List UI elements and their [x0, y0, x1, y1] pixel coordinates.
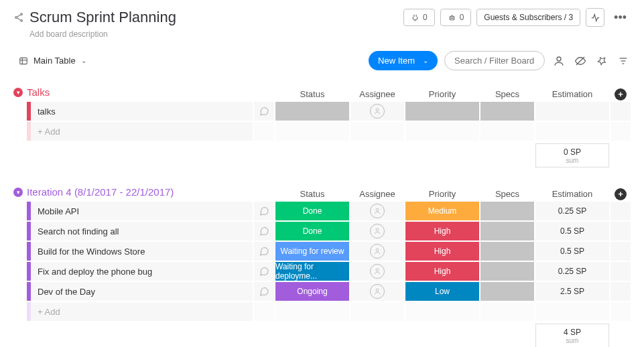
add-item-label[interactable]: + Add — [31, 302, 253, 321]
specs-cell[interactable] — [480, 222, 534, 240]
chat-icon[interactable] — [254, 222, 274, 240]
row-end — [610, 262, 631, 281]
page-title: Scrum Sprint Planning — [29, 9, 176, 26]
column-header: Specs — [480, 86, 534, 102]
assignee-cell[interactable] — [350, 262, 404, 281]
chat-icon[interactable] — [254, 262, 274, 281]
table-row[interactable]: talks — [13, 102, 631, 121]
item-name[interactable]: Dev of the Day — [31, 282, 253, 301]
search-input[interactable] — [444, 51, 545, 70]
sum-value: 0 SP — [564, 147, 581, 157]
group-title[interactable]: Talks — [27, 86, 50, 98]
group-title[interactable]: Iteration 4 (8/1/2017 - 22/1/2017) — [27, 186, 174, 198]
chat-icon[interactable] — [254, 102, 274, 121]
group-collapse-icon[interactable]: ▾ — [13, 88, 23, 97]
integrations-plug[interactable]: 0 — [403, 9, 435, 26]
item-name[interactable]: Build for the Windows Store — [31, 242, 253, 261]
guests-subscribers[interactable]: Guests & Subscribers / 3 — [476, 9, 580, 26]
board-description[interactable]: Add board description — [29, 29, 631, 39]
specs-cell[interactable] — [480, 202, 534, 220]
sum-label: sum — [566, 157, 579, 164]
new-item-label: New Item — [378, 56, 415, 66]
estimation-cell[interactable]: 0.25 SP — [535, 262, 609, 281]
person-icon — [370, 244, 385, 259]
chat-icon[interactable] — [254, 242, 274, 261]
specs-cell[interactable] — [480, 282, 534, 301]
svg-point-2 — [21, 19, 23, 21]
robot-count: 0 — [460, 13, 464, 22]
row-end — [610, 222, 631, 240]
group-collapse-icon[interactable]: ▾ — [13, 188, 23, 197]
column-header: Status — [275, 86, 349, 102]
pin-icon[interactable] — [594, 54, 609, 68]
status-cell[interactable]: Waiting for deployme... — [275, 262, 349, 281]
add-item-row[interactable]: + Add — [13, 122, 631, 141]
priority-cell[interactable]: Low — [405, 282, 479, 301]
status-cell[interactable] — [275, 102, 349, 121]
assignee-cell[interactable] — [350, 222, 404, 240]
table-icon — [19, 56, 28, 66]
add-item-label[interactable]: + Add — [31, 122, 253, 141]
svg-point-17 — [376, 109, 379, 111]
estimation-cell[interactable]: 0.5 SP — [535, 242, 609, 261]
automations[interactable]: 0 — [440, 9, 472, 26]
column-header: Priority — [405, 86, 479, 102]
specs-cell[interactable] — [480, 242, 534, 261]
specs-cell[interactable] — [480, 102, 534, 121]
svg-point-7 — [452, 17, 453, 18]
assignee-cell[interactable] — [350, 102, 404, 121]
add-item-row[interactable]: + Add — [13, 302, 631, 321]
assignee-cell[interactable] — [350, 202, 404, 220]
status-cell[interactable]: Done — [275, 202, 349, 220]
new-item-button[interactable]: New Item ⌄ — [369, 51, 438, 70]
specs-cell[interactable] — [480, 262, 534, 281]
status-cell[interactable]: Waiting for review — [275, 242, 349, 261]
svg-point-22 — [376, 289, 379, 291]
filter-icon[interactable] — [616, 54, 631, 68]
priority-cell[interactable]: High — [405, 262, 479, 281]
chat-icon[interactable] — [254, 202, 274, 220]
estimation-sum: 0 SP sum — [535, 143, 609, 167]
activity-icon[interactable] — [586, 8, 604, 27]
item-name[interactable]: Mobile API — [31, 202, 253, 220]
add-column-button[interactable]: + — [615, 188, 627, 200]
plug-count: 0 — [423, 13, 428, 22]
item-name[interactable]: Fix and deploy the phone bug — [31, 262, 253, 281]
priority-cell[interactable]: Medium — [405, 202, 479, 220]
more-menu-icon[interactable]: ••• — [610, 11, 631, 25]
table-row[interactable]: Fix and deploy the phone bug Waiting for… — [13, 262, 631, 281]
svg-line-3 — [17, 15, 20, 17]
estimation-cell[interactable]: 0.25 SP — [535, 202, 609, 220]
view-selector[interactable]: Main Table ⌄ — [13, 53, 92, 68]
person-icon — [370, 284, 385, 299]
status-cell[interactable]: Done — [275, 222, 349, 240]
table-row[interactable]: Mobile API Done Medium 0.25 SP — [13, 202, 631, 220]
priority-cell[interactable]: High — [405, 222, 479, 240]
estimation-cell[interactable]: 0.5 SP — [535, 222, 609, 240]
table-row[interactable]: Build for the Windows Store Waiting for … — [13, 242, 631, 261]
group: ▾ Iteration 4 (8/1/2017 - 22/1/2017) Sta… — [13, 186, 631, 347]
item-name[interactable]: Search not finding all — [31, 222, 253, 240]
estimation-cell[interactable]: 2.5 SP — [535, 282, 609, 301]
table-row[interactable]: Dev of the Day Ongoing Low 2.5 SP — [13, 282, 631, 301]
assignee-cell[interactable] — [350, 242, 404, 261]
column-header: Assignee — [350, 86, 404, 102]
person-icon[interactable] — [552, 54, 566, 68]
person-icon — [370, 224, 385, 238]
svg-point-1 — [15, 17, 17, 19]
sum-value: 4 SP — [564, 328, 581, 337]
item-name[interactable]: talks — [31, 102, 253, 121]
assignee-cell[interactable] — [350, 282, 404, 301]
eye-hidden-icon[interactable] — [573, 54, 588, 68]
column-header: Assignee — [350, 186, 404, 202]
table-row[interactable]: Search not finding all Done High 0.5 SP — [13, 222, 631, 240]
add-column-button[interactable]: + — [615, 88, 627, 100]
row-end — [610, 282, 631, 301]
priority-cell[interactable]: High — [405, 242, 479, 261]
estimation-cell[interactable] — [535, 102, 609, 121]
chat-icon[interactable] — [254, 282, 274, 301]
column-header: Priority — [405, 186, 479, 202]
status-cell[interactable]: Ongoing — [275, 282, 349, 301]
svg-point-6 — [451, 17, 452, 18]
priority-cell[interactable] — [405, 102, 479, 121]
